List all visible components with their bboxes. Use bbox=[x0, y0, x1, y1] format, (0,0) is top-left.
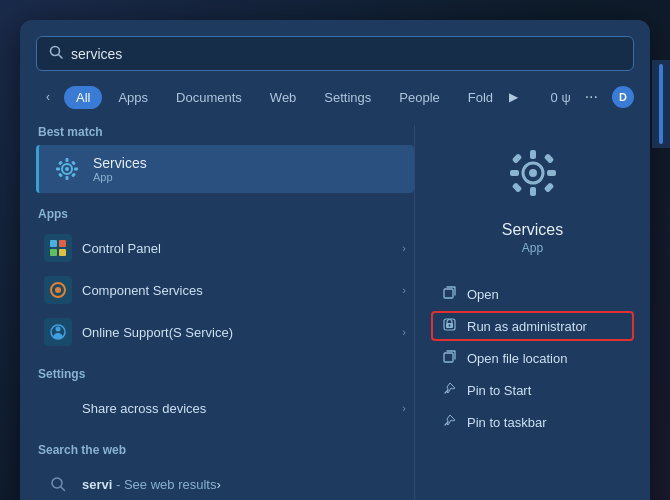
svg-rect-32 bbox=[444, 289, 453, 298]
detail-app-type: App bbox=[522, 241, 543, 255]
chevron-icon-2: › bbox=[402, 284, 406, 296]
svg-rect-27 bbox=[547, 170, 556, 176]
web-search-query: servi bbox=[82, 477, 112, 492]
main-content: Best match bbox=[36, 125, 634, 500]
app-detail: Services App bbox=[431, 125, 634, 271]
tab-fold[interactable]: Fold bbox=[456, 86, 505, 109]
context-open-file-location[interactable]: Open file location bbox=[431, 343, 634, 373]
svg-point-35 bbox=[448, 325, 450, 327]
svg-rect-26 bbox=[510, 170, 519, 176]
filter-tabs: ‹ All Apps Documents Web Settings People… bbox=[36, 85, 634, 109]
open-label: Open bbox=[467, 287, 499, 302]
notification-count: 0 ψ bbox=[551, 90, 571, 105]
svg-rect-10 bbox=[58, 173, 63, 178]
svg-rect-13 bbox=[59, 240, 66, 247]
control-panel-icon bbox=[44, 234, 72, 262]
left-panel: Best match bbox=[36, 125, 414, 500]
component-services-icon bbox=[44, 276, 72, 304]
tab-documents[interactable]: Documents bbox=[164, 86, 254, 109]
list-item-share-across[interactable]: Share across devices › bbox=[36, 387, 414, 429]
svg-rect-11 bbox=[71, 173, 76, 178]
chevron-icon-3: › bbox=[402, 326, 406, 338]
svg-rect-12 bbox=[50, 240, 57, 247]
tab-apps[interactable]: Apps bbox=[106, 86, 160, 109]
open-icon bbox=[441, 286, 457, 302]
share-across-label: Share across devices bbox=[82, 401, 206, 416]
svg-rect-29 bbox=[543, 153, 554, 164]
search-icon bbox=[49, 45, 63, 62]
list-item-control-panel[interactable]: Control Panel › bbox=[36, 227, 414, 269]
best-match-title: Best match bbox=[36, 125, 414, 139]
scroll-indicator bbox=[659, 64, 663, 144]
settings-section-title: Settings bbox=[36, 367, 414, 381]
svg-rect-6 bbox=[56, 168, 60, 171]
svg-rect-25 bbox=[530, 187, 536, 196]
best-match-item[interactable]: Services App bbox=[36, 145, 414, 193]
online-support-label: Online Support(S Service) bbox=[82, 325, 233, 340]
context-menu: Open Run as administrator bbox=[431, 279, 634, 437]
svg-rect-30 bbox=[511, 182, 522, 193]
svg-rect-24 bbox=[530, 150, 536, 159]
list-item-component-services[interactable]: Component Services › bbox=[36, 269, 414, 311]
share-icon bbox=[44, 394, 72, 422]
context-run-as-admin[interactable]: Run as administrator bbox=[431, 311, 634, 341]
svg-rect-5 bbox=[66, 176, 69, 180]
settings-section: Settings Share across devices › bbox=[36, 367, 414, 429]
best-match-info: Services App bbox=[93, 155, 147, 183]
tab-all[interactable]: All bbox=[64, 86, 102, 109]
detail-app-name: Services bbox=[502, 221, 563, 239]
pin-taskbar-icon bbox=[441, 414, 457, 430]
web-search-icon bbox=[44, 470, 72, 498]
svg-point-19 bbox=[56, 327, 61, 332]
svg-rect-15 bbox=[59, 249, 66, 256]
context-pin-to-start[interactable]: Pin to Start bbox=[431, 375, 634, 405]
context-open[interactable]: Open bbox=[431, 279, 634, 309]
web-search-item[interactable]: servi - See web results › bbox=[36, 463, 414, 500]
list-item-online-support[interactable]: Online Support(S Service) › bbox=[36, 311, 414, 353]
context-pin-to-taskbar[interactable]: Pin to taskbar bbox=[431, 407, 634, 437]
top-right-icons: 0 ψ ··· D bbox=[551, 86, 634, 108]
search-input[interactable] bbox=[71, 46, 621, 62]
more-options-button[interactable]: ··· bbox=[579, 86, 604, 108]
chevron-icon-4: › bbox=[402, 402, 406, 414]
file-location-icon bbox=[441, 350, 457, 366]
svg-rect-14 bbox=[50, 249, 57, 256]
tab-people[interactable]: People bbox=[387, 86, 451, 109]
open-file-location-label: Open file location bbox=[467, 351, 567, 366]
tab-settings[interactable]: Settings bbox=[312, 86, 383, 109]
web-search-suffix: - See web results bbox=[112, 477, 216, 492]
best-match-type: App bbox=[93, 171, 147, 183]
back-arrow-button[interactable]: ‹ bbox=[36, 85, 60, 109]
svg-rect-9 bbox=[71, 161, 76, 166]
svg-rect-36 bbox=[444, 353, 453, 362]
search-bar[interactable] bbox=[36, 36, 634, 71]
web-search-text: servi - See web results bbox=[82, 477, 216, 492]
services-big-icon bbox=[505, 145, 561, 213]
svg-rect-7 bbox=[74, 168, 78, 171]
svg-rect-28 bbox=[511, 153, 522, 164]
chevron-icon: › bbox=[402, 242, 406, 254]
user-avatar[interactable]: D bbox=[612, 86, 634, 108]
pin-start-icon bbox=[441, 382, 457, 398]
svg-line-21 bbox=[61, 487, 65, 491]
run-as-admin-label: Run as administrator bbox=[467, 319, 587, 334]
pin-to-taskbar-label: Pin to taskbar bbox=[467, 415, 547, 430]
more-tabs-arrow[interactable]: ▶ bbox=[509, 90, 518, 104]
search-web-title: Search the web bbox=[36, 443, 414, 457]
svg-point-17 bbox=[55, 287, 61, 293]
services-icon bbox=[51, 153, 83, 185]
right-panel: Services App Open bbox=[414, 125, 634, 500]
svg-point-3 bbox=[65, 167, 69, 171]
apps-list: Control Panel › Component Services › bbox=[36, 227, 414, 353]
apps-section-title: Apps bbox=[36, 207, 414, 221]
control-panel-label: Control Panel bbox=[82, 241, 161, 256]
chevron-icon-5: › bbox=[216, 477, 220, 492]
svg-rect-4 bbox=[66, 158, 69, 162]
online-support-icon bbox=[44, 318, 72, 346]
run-as-admin-icon bbox=[441, 318, 457, 334]
svg-rect-8 bbox=[58, 161, 63, 166]
tab-web[interactable]: Web bbox=[258, 86, 309, 109]
best-match-name: Services bbox=[93, 155, 147, 171]
svg-rect-31 bbox=[543, 182, 554, 193]
svg-line-1 bbox=[59, 55, 63, 59]
